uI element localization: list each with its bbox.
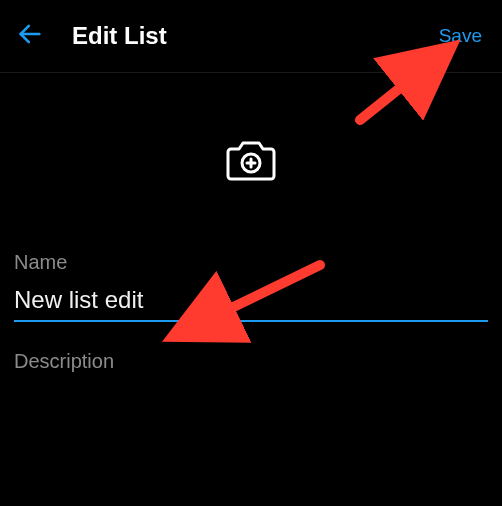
description-label: Description [14, 350, 488, 373]
save-button[interactable]: Save [439, 25, 486, 47]
name-field-wrap [14, 286, 488, 322]
camera-add-icon [225, 169, 277, 186]
add-photo-button[interactable] [225, 137, 277, 187]
photo-section [0, 73, 502, 251]
back-button[interactable] [12, 18, 48, 54]
arrow-left-icon [16, 20, 44, 52]
name-label: Name [14, 251, 488, 274]
edit-form: Name Description [0, 251, 502, 408]
description-input[interactable] [14, 385, 488, 408]
name-input[interactable] [14, 286, 488, 314]
top-bar: Edit List Save [0, 0, 502, 73]
page-title: Edit List [72, 22, 439, 50]
